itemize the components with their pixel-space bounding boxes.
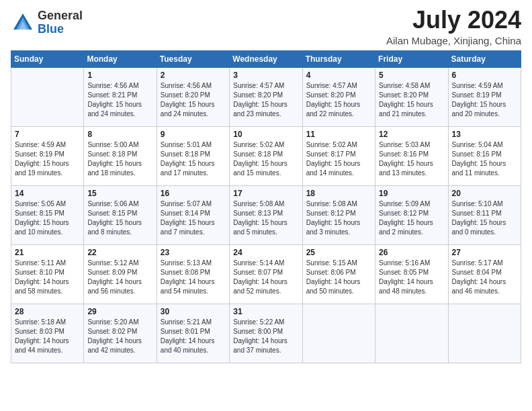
day-cell: 24 Sunrise: 5:14 AMSunset: 8:07 PMDaylig… xyxy=(230,244,302,304)
day-cell xyxy=(375,304,448,363)
day-number: 17 xyxy=(233,189,298,198)
day-info: Sunrise: 5:08 AMSunset: 8:13 PMDaylight:… xyxy=(233,199,298,237)
day-number: 23 xyxy=(161,248,226,257)
month-year: July 2024 xyxy=(386,7,521,34)
day-info: Sunrise: 4:59 AMSunset: 8:19 PMDaylight:… xyxy=(15,140,80,178)
title-block: July 2024 Ailan Mubage, Xinjiang, China xyxy=(386,7,521,46)
week-row-1: 1 Sunrise: 4:56 AMSunset: 8:21 PMDayligh… xyxy=(11,67,521,126)
day-info: Sunrise: 5:03 AMSunset: 8:16 PMDaylight:… xyxy=(379,140,444,178)
week-row-5: 28 Sunrise: 5:18 AMSunset: 8:03 PMDaylig… xyxy=(11,304,521,363)
logo: General Blue xyxy=(11,9,83,36)
day-cell: 30 Sunrise: 5:21 AMSunset: 8:01 PMDaylig… xyxy=(157,304,229,363)
logo-blue: Blue xyxy=(38,23,83,36)
day-cell: 20 Sunrise: 5:10 AMSunset: 8:11 PMDaylig… xyxy=(448,185,521,244)
day-number: 28 xyxy=(15,307,80,316)
day-number: 30 xyxy=(161,307,226,316)
day-cell: 3 Sunrise: 4:57 AMSunset: 8:20 PMDayligh… xyxy=(230,67,302,126)
day-number: 20 xyxy=(452,189,517,198)
day-cell xyxy=(448,304,521,363)
day-number: 18 xyxy=(306,189,371,198)
day-info: Sunrise: 4:57 AMSunset: 8:20 PMDaylight:… xyxy=(306,81,371,119)
day-cell: 18 Sunrise: 5:08 AMSunset: 8:12 PMDaylig… xyxy=(302,185,375,244)
day-cell: 6 Sunrise: 4:59 AMSunset: 8:19 PMDayligh… xyxy=(448,67,521,126)
day-info: Sunrise: 5:06 AMSunset: 8:15 PMDaylight:… xyxy=(87,199,152,237)
location: Ailan Mubage, Xinjiang, China xyxy=(386,35,521,46)
day-info: Sunrise: 4:57 AMSunset: 8:20 PMDaylight:… xyxy=(233,81,298,119)
logo-icon xyxy=(11,11,35,35)
day-info: Sunrise: 5:09 AMSunset: 8:12 PMDaylight:… xyxy=(379,199,444,237)
day-number: 24 xyxy=(233,248,298,257)
day-number: 15 xyxy=(87,189,152,198)
day-number: 8 xyxy=(87,130,152,139)
day-cell: 2 Sunrise: 4:56 AMSunset: 8:20 PMDayligh… xyxy=(157,67,229,126)
day-cell: 10 Sunrise: 5:02 AMSunset: 8:18 PMDaylig… xyxy=(230,126,302,185)
day-info: Sunrise: 5:07 AMSunset: 8:14 PMDaylight:… xyxy=(161,199,226,237)
day-info: Sunrise: 5:22 AMSunset: 8:00 PMDaylight:… xyxy=(233,318,298,355)
day-number: 10 xyxy=(233,130,298,139)
day-info: Sunrise: 5:02 AMSunset: 8:18 PMDaylight:… xyxy=(233,140,298,178)
day-cell: 16 Sunrise: 5:07 AMSunset: 8:14 PMDaylig… xyxy=(157,185,229,244)
day-info: Sunrise: 5:01 AMSunset: 8:18 PMDaylight:… xyxy=(161,140,226,178)
day-cell: 27 Sunrise: 5:17 AMSunset: 8:04 PMDaylig… xyxy=(448,244,521,304)
day-number: 4 xyxy=(306,71,371,80)
day-number: 25 xyxy=(306,248,371,257)
day-cell: 9 Sunrise: 5:01 AMSunset: 8:18 PMDayligh… xyxy=(157,126,229,185)
day-info: Sunrise: 5:16 AMSunset: 8:05 PMDaylight:… xyxy=(379,259,444,296)
day-cell: 4 Sunrise: 4:57 AMSunset: 8:20 PMDayligh… xyxy=(302,67,375,126)
day-number: 22 xyxy=(87,248,152,257)
day-cell: 21 Sunrise: 5:11 AMSunset: 8:10 PMDaylig… xyxy=(11,244,84,304)
col-friday: Friday xyxy=(375,50,448,67)
day-info: Sunrise: 4:56 AMSunset: 8:20 PMDaylight:… xyxy=(161,81,226,119)
col-saturday: Saturday xyxy=(448,50,521,67)
col-tuesday: Tuesday xyxy=(157,50,229,67)
day-number: 5 xyxy=(379,71,444,80)
day-info: Sunrise: 5:04 AMSunset: 8:16 PMDaylight:… xyxy=(452,140,517,178)
day-info: Sunrise: 4:59 AMSunset: 8:19 PMDaylight:… xyxy=(452,81,517,119)
week-row-4: 21 Sunrise: 5:11 AMSunset: 8:10 PMDaylig… xyxy=(11,244,521,304)
day-cell: 13 Sunrise: 5:04 AMSunset: 8:16 PMDaylig… xyxy=(448,126,521,185)
day-number: 1 xyxy=(87,71,152,80)
day-cell: 7 Sunrise: 4:59 AMSunset: 8:19 PMDayligh… xyxy=(11,126,84,185)
day-cell: 5 Sunrise: 4:58 AMSunset: 8:20 PMDayligh… xyxy=(375,67,448,126)
week-row-2: 7 Sunrise: 4:59 AMSunset: 8:19 PMDayligh… xyxy=(11,126,521,185)
day-cell: 23 Sunrise: 5:13 AMSunset: 8:08 PMDaylig… xyxy=(157,244,229,304)
day-info: Sunrise: 5:13 AMSunset: 8:08 PMDaylight:… xyxy=(161,259,226,296)
day-cell: 28 Sunrise: 5:18 AMSunset: 8:03 PMDaylig… xyxy=(11,304,84,363)
day-number: 19 xyxy=(379,189,444,198)
day-number: 12 xyxy=(379,130,444,139)
day-info: Sunrise: 5:00 AMSunset: 8:18 PMDaylight:… xyxy=(87,140,152,178)
day-info: Sunrise: 5:02 AMSunset: 8:17 PMDaylight:… xyxy=(306,140,371,178)
col-sunday: Sunday xyxy=(11,50,84,67)
day-number: 6 xyxy=(452,71,517,80)
day-info: Sunrise: 5:14 AMSunset: 8:07 PMDaylight:… xyxy=(233,259,298,296)
day-number: 9 xyxy=(161,130,226,139)
logo-general: General xyxy=(38,9,83,23)
day-number: 7 xyxy=(15,130,80,139)
day-info: Sunrise: 5:08 AMSunset: 8:12 PMDaylight:… xyxy=(306,199,371,237)
day-number: 27 xyxy=(452,248,517,257)
col-monday: Monday xyxy=(84,50,157,67)
day-cell: 19 Sunrise: 5:09 AMSunset: 8:12 PMDaylig… xyxy=(375,185,448,244)
day-cell xyxy=(302,304,375,363)
day-cell: 25 Sunrise: 5:15 AMSunset: 8:06 PMDaylig… xyxy=(302,244,375,304)
header: General Blue July 2024 Ailan Mubage, Xin… xyxy=(11,7,521,46)
day-number: 29 xyxy=(87,307,152,316)
week-row-3: 14 Sunrise: 5:05 AMSunset: 8:15 PMDaylig… xyxy=(11,185,521,244)
day-cell: 22 Sunrise: 5:12 AMSunset: 8:09 PMDaylig… xyxy=(84,244,157,304)
day-cell: 1 Sunrise: 4:56 AMSunset: 8:21 PMDayligh… xyxy=(84,67,157,126)
day-cell: 29 Sunrise: 5:20 AMSunset: 8:02 PMDaylig… xyxy=(84,304,157,363)
day-info: Sunrise: 5:05 AMSunset: 8:15 PMDaylight:… xyxy=(15,199,80,237)
day-cell: 14 Sunrise: 5:05 AMSunset: 8:15 PMDaylig… xyxy=(11,185,84,244)
day-info: Sunrise: 5:15 AMSunset: 8:06 PMDaylight:… xyxy=(306,259,371,296)
day-cell: 26 Sunrise: 5:16 AMSunset: 8:05 PMDaylig… xyxy=(375,244,448,304)
day-cell: 8 Sunrise: 5:00 AMSunset: 8:18 PMDayligh… xyxy=(84,126,157,185)
day-cell: 17 Sunrise: 5:08 AMSunset: 8:13 PMDaylig… xyxy=(230,185,302,244)
day-info: Sunrise: 5:11 AMSunset: 8:10 PMDaylight:… xyxy=(15,259,80,296)
day-info: Sunrise: 4:58 AMSunset: 8:20 PMDaylight:… xyxy=(379,81,444,119)
logo-text: General Blue xyxy=(38,9,83,36)
day-number: 13 xyxy=(452,130,517,139)
day-cell xyxy=(11,67,84,126)
day-info: Sunrise: 5:20 AMSunset: 8:02 PMDaylight:… xyxy=(87,318,152,355)
calendar-table: Sunday Monday Tuesday Wednesday Thursday… xyxy=(11,50,521,363)
day-cell: 31 Sunrise: 5:22 AMSunset: 8:00 PMDaylig… xyxy=(230,304,302,363)
